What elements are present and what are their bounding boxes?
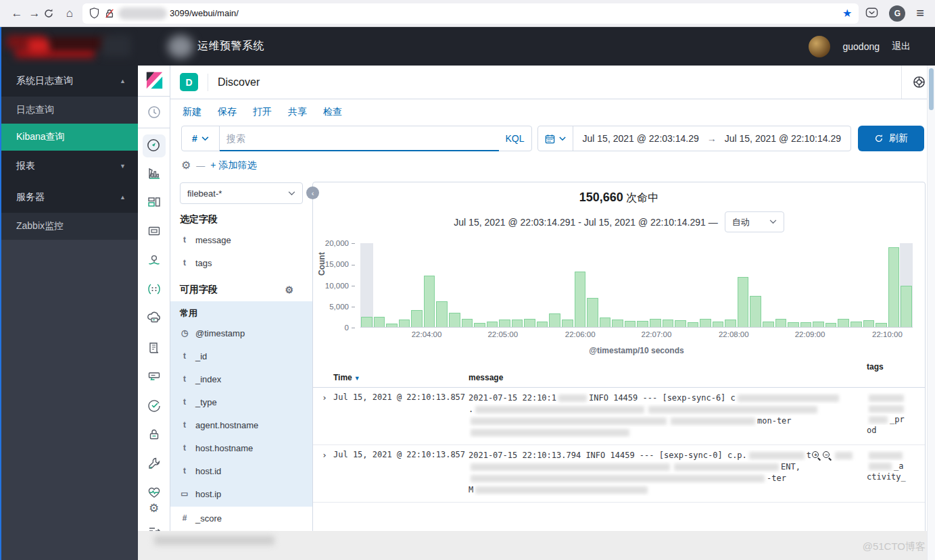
user-avatar[interactable] bbox=[809, 36, 830, 57]
management-gear-icon[interactable]: ⚙ bbox=[149, 503, 159, 514]
histogram-bar[interactable] bbox=[888, 243, 901, 327]
kql-language-button[interactable]: KQL bbox=[499, 126, 531, 151]
new-button[interactable]: 新建 bbox=[183, 106, 201, 118]
zoom-out-icon[interactable]: − bbox=[823, 451, 832, 460]
histogram-bar[interactable] bbox=[863, 243, 876, 327]
save-button[interactable]: 保存 bbox=[218, 106, 237, 118]
field-item-_type[interactable]: t_type bbox=[170, 390, 312, 413]
forward-arrow-icon[interactable]: → bbox=[26, 7, 43, 20]
visualize-bar-chart-icon[interactable] bbox=[147, 166, 162, 183]
logs-scroll-icon[interactable] bbox=[147, 340, 162, 357]
sidebar-item-reports[interactable]: 报表▼ bbox=[0, 151, 138, 182]
histogram-bar[interactable] bbox=[410, 243, 423, 327]
histogram-bar[interactable] bbox=[812, 243, 825, 327]
url-text[interactable]: 3099/webui/main/ bbox=[170, 8, 239, 18]
help-buoy-icon[interactable] bbox=[901, 66, 926, 99]
account-avatar[interactable]: G bbox=[889, 5, 905, 22]
histogram-bar[interactable] bbox=[536, 243, 549, 327]
field-item-_score[interactable]: #_score bbox=[170, 507, 312, 530]
pocket-icon[interactable] bbox=[865, 7, 878, 19]
sidebar-item-servers[interactable]: 服务器▲ bbox=[0, 182, 138, 213]
histogram-bar[interactable] bbox=[523, 243, 536, 327]
histogram-bar[interactable] bbox=[360, 243, 373, 327]
field-item-host.ip[interactable]: ▭host.ip bbox=[170, 482, 312, 505]
canvas-icon[interactable] bbox=[147, 224, 162, 241]
column-header-time[interactable]: Time▼ bbox=[333, 373, 469, 382]
field-filter-selector[interactable]: # bbox=[182, 126, 220, 151]
inspect-button[interactable]: 检查 bbox=[323, 106, 342, 118]
field-item-message[interactable]: tmessage bbox=[170, 228, 312, 251]
expand-row-chevron[interactable]: › bbox=[316, 450, 333, 496]
field-item-agent.hostname[interactable]: tagent.hostname bbox=[170, 413, 312, 436]
field-item-_index[interactable]: t_index bbox=[170, 367, 312, 390]
histogram-bar[interactable] bbox=[435, 243, 448, 327]
column-header-message[interactable]: message bbox=[469, 373, 867, 382]
calendar-dropdown-button[interactable] bbox=[538, 126, 573, 151]
apm-icon[interactable] bbox=[147, 369, 162, 386]
sidebar-item-zabbix-monitor[interactable]: Zabbix监控 bbox=[0, 213, 138, 240]
discover-compass-icon[interactable] bbox=[143, 134, 166, 157]
histogram-bar[interactable] bbox=[385, 243, 398, 327]
siem-lock-icon[interactable] bbox=[147, 427, 162, 444]
histogram-bar[interactable] bbox=[749, 243, 762, 327]
search-input[interactable] bbox=[226, 133, 492, 144]
date-end[interactable]: Jul 15, 2021 @ 22:10:14.29 bbox=[725, 133, 841, 144]
histogram-bar[interactable] bbox=[599, 243, 612, 327]
stack-monitoring-heartbeat-icon[interactable] bbox=[147, 485, 162, 503]
machine-learning-icon[interactable] bbox=[147, 282, 162, 299]
histogram-bar[interactable] bbox=[373, 243, 386, 327]
open-button[interactable]: 打开 bbox=[253, 106, 272, 118]
column-header-tags[interactable]: tags bbox=[867, 362, 925, 372]
kibana-logo[interactable] bbox=[138, 66, 170, 97]
histogram-bar[interactable] bbox=[649, 243, 662, 327]
histogram-bar[interactable] bbox=[724, 243, 737, 327]
histogram-bar[interactable] bbox=[687, 243, 700, 327]
histogram-bar[interactable] bbox=[775, 243, 788, 327]
histogram-bar[interactable] bbox=[574, 243, 587, 327]
histogram-bar[interactable] bbox=[611, 243, 624, 327]
logout-button[interactable]: 退出 bbox=[892, 41, 911, 53]
histogram-bar[interactable] bbox=[787, 243, 800, 327]
interval-select[interactable]: 自动 bbox=[725, 211, 784, 232]
histogram-bar[interactable] bbox=[825, 243, 838, 327]
index-pattern-select[interactable]: filebeat-* bbox=[180, 182, 303, 204]
field-settings-gear-icon[interactable]: ⚙ bbox=[285, 285, 293, 295]
histogram-bar[interactable] bbox=[762, 243, 775, 327]
refresh-button[interactable]: 刷新 bbox=[858, 126, 924, 151]
histogram-bar[interactable] bbox=[448, 243, 461, 327]
histogram-bar[interactable] bbox=[586, 243, 599, 327]
histogram-bar[interactable] bbox=[875, 243, 888, 327]
histogram-bar[interactable] bbox=[398, 243, 411, 327]
sort-descending-icon[interactable]: ▼ bbox=[354, 375, 360, 382]
url-bar[interactable]: 3099/webui/main/ ★ bbox=[82, 3, 859, 24]
histogram-bar[interactable] bbox=[498, 243, 511, 327]
discover-app-badge[interactable]: D bbox=[180, 73, 198, 91]
histogram-bar[interactable] bbox=[900, 243, 913, 327]
histogram-bar[interactable] bbox=[511, 243, 524, 327]
histogram-bar[interactable] bbox=[486, 243, 499, 327]
share-button[interactable]: 共享 bbox=[288, 106, 307, 118]
dashboard-icon[interactable] bbox=[147, 195, 162, 212]
histogram-bar[interactable] bbox=[561, 243, 574, 327]
menu-hamburger-icon[interactable]: ≡ bbox=[916, 5, 924, 21]
histogram-bar[interactable] bbox=[800, 243, 813, 327]
histogram-bar[interactable] bbox=[674, 243, 687, 327]
field-item-tags[interactable]: ttags bbox=[170, 251, 312, 274]
histogram-bar[interactable] bbox=[712, 243, 725, 327]
histogram-bar[interactable] bbox=[548, 243, 561, 327]
field-item-host.hostname[interactable]: thost.hostname bbox=[170, 436, 312, 459]
dev-tools-wrench-icon[interactable] bbox=[147, 456, 162, 474]
sidebar-item-kibana-query[interactable]: Kibana查询 bbox=[0, 124, 138, 151]
home-icon[interactable]: ⌂ bbox=[61, 7, 78, 20]
histogram-bar[interactable] bbox=[624, 243, 637, 327]
field-item-_id[interactable]: t_id bbox=[170, 345, 312, 367]
metrics-cloud-icon[interactable] bbox=[147, 311, 162, 328]
histogram-bar[interactable] bbox=[636, 243, 649, 327]
maps-pin-icon[interactable] bbox=[147, 253, 162, 270]
zoom-in-icon[interactable]: + bbox=[812, 451, 821, 460]
histogram-bar[interactable] bbox=[662, 243, 675, 327]
collapse-fields-panel-button[interactable]: ‹ bbox=[306, 186, 319, 199]
histogram-bar[interactable] bbox=[737, 243, 750, 327]
shield-icon[interactable] bbox=[89, 7, 99, 19]
sidebar-item-log-query[interactable]: 日志查询 bbox=[0, 97, 138, 124]
